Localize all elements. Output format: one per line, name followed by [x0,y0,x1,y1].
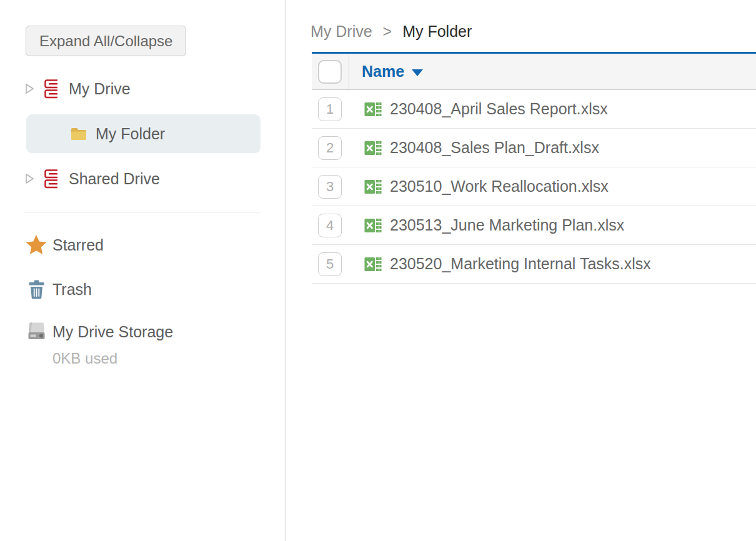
sidebar-item-trash[interactable]: Trash [0,275,285,304]
storage-icon [25,322,47,341]
excel-file-icon [364,102,382,117]
row-number-badge[interactable]: 4 [318,214,342,237]
row-number-badge[interactable]: 5 [318,252,342,276]
file-name[interactable]: 230520_Marketing Internal Tasks.xlsx [390,255,651,273]
tree-item-label: Shared Drive [69,170,160,188]
excel-file-icon [364,141,382,156]
tree-item-label: My Drive [69,80,131,98]
folder-tree: My Drive My Folder Shared Driv [0,75,285,192]
excel-file-icon [364,257,382,272]
expand-all-collapse-button[interactable]: Expand All/Collapse [26,26,186,56]
expand-caret-icon[interactable] [25,173,34,184]
row-number-badge[interactable]: 1 [318,97,342,121]
breadcrumb: My Drive > My Folder [286,0,756,41]
sidebar-item-starred[interactable]: Starred [0,231,285,259]
drive-app: Expand All/Collapse My Drive My [0,0,756,541]
folder-icon [70,126,87,142]
file-list-panel: My Drive > My Folder Name 1 230408_April [286,0,756,541]
sidebar-item-label: My Drive Storage [52,323,173,341]
breadcrumb-separator: > [383,22,392,40]
drive-icon [42,79,59,99]
star-icon [25,234,47,256]
storage-usage-text: 0KB used [52,350,285,367]
tree-item-shared-drive[interactable]: Shared Drive [0,165,285,192]
breadcrumb-parent-link[interactable]: My Drive [311,22,372,40]
row-number-badge[interactable]: 3 [318,175,342,199]
trash-icon [25,280,47,299]
table-row[interactable]: 3 230510_Work Reallocation.xlsx [312,167,756,206]
table-row[interactable]: 1 230408_April Sales Report.xlsx [312,90,756,129]
name-column-header[interactable]: Name [362,62,404,81]
name-header-cell: Name [349,54,423,89]
tree-item-my-drive[interactable]: My Drive [0,75,285,102]
table-header-row: Name [312,52,756,90]
tree-item-my-folder[interactable]: My Folder [26,114,261,153]
breadcrumb-current: My Folder [402,22,472,40]
select-all-cell [312,54,349,89]
table-row[interactable]: 5 230520_Marketing Internal Tasks.xlsx [312,245,756,284]
tree-item-label: My Folder [96,125,165,143]
sidebar: Expand All/Collapse My Drive My [0,0,286,541]
sidebar-item-label: Starred [52,236,104,254]
file-table: Name 1 230408_April Sales Report.xlsx 2 … [312,52,756,284]
select-all-checkbox[interactable] [318,60,342,84]
row-number-badge[interactable]: 2 [318,136,342,160]
sort-desc-icon[interactable] [412,69,423,76]
file-name[interactable]: 230513_June Marketing Plan.xlsx [390,216,624,234]
drive-icon [42,169,59,189]
expand-caret-icon[interactable] [25,83,34,94]
sidebar-item-label: Trash [52,280,92,299]
file-name[interactable]: 230408_Sales Plan_Draft.xlsx [390,139,599,157]
sidebar-item-my-drive-storage[interactable]: My Drive Storage [0,317,285,346]
excel-file-icon [364,179,382,194]
excel-file-icon [364,218,382,233]
file-name[interactable]: 230510_Work Reallocation.xlsx [390,177,609,196]
table-row[interactable]: 2 230408_Sales Plan_Draft.xlsx [312,129,756,167]
file-name[interactable]: 230408_April Sales Report.xlsx [390,100,608,118]
table-row[interactable]: 4 230513_June Marketing Plan.xlsx [312,206,756,245]
sidebar-shortcuts: Starred Trash [0,231,285,367]
sidebar-divider [24,212,260,212]
